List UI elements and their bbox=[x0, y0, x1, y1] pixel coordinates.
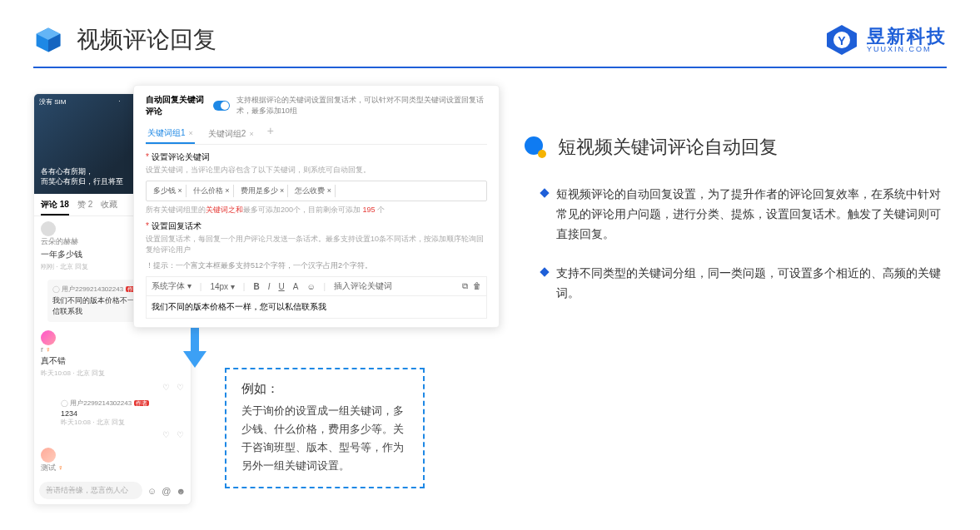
brand-logo: Y 昱新科技 YUUXIN.COM bbox=[825, 23, 947, 57]
size-select[interactable]: 14px ▾ bbox=[210, 282, 234, 291]
image-icon[interactable]: ☺ bbox=[147, 486, 157, 496]
avatar bbox=[41, 330, 56, 345]
page-title: 视频评论回复 bbox=[77, 24, 216, 56]
section-keywords-desc: 设置关键词，当评论里内容包含了以下关键词，则系统可自动回复。 bbox=[146, 165, 487, 176]
emoji-icon[interactable]: ☺ bbox=[306, 282, 315, 291]
reply-avatar-icon: ◯ bbox=[61, 399, 70, 407]
svg-text:Y: Y bbox=[838, 34, 846, 47]
keyword-input[interactable]: 多少钱 × 什么价格 × 费用是多少 × 怎么收费 × bbox=[146, 181, 487, 201]
status-no-sim: 没有 SIM bbox=[39, 97, 66, 106]
example-text: 关于询价的设置成一组关键词，多少钱、什么价格，费用多少等。关于咨询班型、版本、型… bbox=[241, 402, 408, 475]
svg-marker-7 bbox=[183, 351, 206, 368]
reply-username: 用户2299214302243 bbox=[62, 285, 123, 293]
italic-icon[interactable]: I bbox=[268, 282, 271, 291]
emoji-icon[interactable]: ☻ bbox=[176, 486, 186, 496]
arrow-down-icon bbox=[183, 326, 206, 368]
example-title: 例如： bbox=[241, 381, 408, 397]
keyword-tab-1[interactable]: 关键词组1× bbox=[146, 124, 195, 144]
tab-likes[interactable]: 赞 2 bbox=[77, 199, 92, 215]
comment-username: 测试 ♀ bbox=[41, 463, 166, 473]
section-reply-desc: 设置回复话术，每回复一个用户评论只发送一条话术。最多支持设置10条不同话术，按添… bbox=[146, 234, 487, 255]
color-icon[interactable]: A bbox=[293, 282, 299, 291]
comment-meta: 昨天10:08 · 北京 回复 bbox=[41, 369, 105, 378]
reply-meta: 昨天10:08 · 北京 回复 bbox=[61, 418, 125, 427]
config-panel: 自动回复关键词评论 支持根据评论的关键词设置回复话术，可以针对不同类型关键词设置… bbox=[133, 85, 500, 328]
section-bullet-icon bbox=[525, 136, 546, 158]
reply-text: 1234 bbox=[61, 409, 191, 418]
tab-comments[interactable]: 评论 18 bbox=[41, 199, 69, 215]
bold-icon[interactable]: B bbox=[253, 282, 259, 291]
delete-icon[interactable]: 🗑 bbox=[473, 281, 481, 291]
underline-icon[interactable]: U bbox=[278, 282, 284, 291]
close-icon[interactable]: × bbox=[189, 129, 193, 137]
like-icon[interactable]: ♡ bbox=[162, 383, 170, 392]
diamond-bullet-icon bbox=[540, 188, 549, 197]
diamond-bullet-icon bbox=[540, 268, 549, 277]
reply-item: ◯ 用户2299214302243作者 1234 昨天10:08 · 北京 回复 bbox=[47, 399, 191, 427]
video-caption-1: 各有心有所期， bbox=[41, 166, 123, 177]
editor-content[interactable]: 我们不同的版本价格不一样，您可以私信联系我 bbox=[146, 296, 487, 319]
keyword-tag[interactable]: 费用是多少 × bbox=[237, 185, 289, 197]
close-icon[interactable]: × bbox=[249, 130, 253, 138]
logo-icon: Y bbox=[825, 23, 858, 57]
author-badge: 作者 bbox=[134, 400, 149, 406]
cube-icon bbox=[33, 25, 63, 55]
logo-sub: YUUXIN.COM bbox=[867, 46, 947, 53]
auto-reply-toggle[interactable] bbox=[213, 101, 230, 111]
keyword-tag[interactable]: 什么价格 × bbox=[190, 185, 234, 197]
example-box: 例如： 关于询价的设置成一组关键词，多少钱、什么价格，费用多少等。关于咨询班型、… bbox=[225, 368, 425, 488]
bullet-text: 支持不同类型的关键词分组，同一类问题，可设置多个相近的、高频的关键词。 bbox=[556, 264, 947, 304]
logo-main: 昱新科技 bbox=[867, 27, 947, 46]
keyword-text-input[interactable] bbox=[339, 187, 356, 196]
dislike-icon[interactable]: ♡ bbox=[177, 383, 184, 392]
comment-input[interactable]: 善语结善缘，恶言伤人心 bbox=[39, 482, 142, 499]
avatar bbox=[41, 221, 56, 236]
comment-item: r ♀ 真不错 昨天10:08 · 北京 回复 bbox=[34, 325, 191, 383]
insert-keyword[interactable]: 插入评论关键词 bbox=[334, 280, 392, 292]
section-reply-label: 设置回复话术 bbox=[152, 221, 201, 230]
keyword-tag[interactable]: 怎么收费 × bbox=[291, 185, 336, 197]
reply-username: 用户2299214302243 bbox=[70, 399, 132, 407]
avatar bbox=[41, 448, 56, 463]
like-icon[interactable]: ♡ bbox=[162, 430, 170, 439]
auto-reply-hint: 支持根据评论的关键词设置回复话术，可以针对不同类型关键词设置回复话术，最多添加1… bbox=[236, 95, 487, 116]
svg-rect-6 bbox=[191, 326, 199, 353]
keyword-tag[interactable]: 多少钱 × bbox=[150, 185, 187, 197]
video-caption-2: 而笑心有所归，行且将至 bbox=[41, 176, 123, 187]
section-reply-tip: ！提示：一个富文本框最多支持512个字符，一个汉字占用2个字符。 bbox=[146, 260, 487, 271]
comment-username: r ♀ bbox=[41, 345, 166, 354]
section-title: 短视频关键词评论自动回复 bbox=[558, 135, 778, 160]
section-keywords-label: 设置评论关键词 bbox=[152, 152, 210, 161]
auto-reply-label: 自动回复关键词评论 bbox=[146, 94, 206, 117]
reply-avatar-icon: ◯ bbox=[52, 285, 62, 293]
tab-favorites[interactable]: 收藏 bbox=[101, 199, 117, 215]
comment-text: 真不错 bbox=[41, 355, 166, 367]
keyword-tab-2[interactable]: 关键词组2× bbox=[206, 124, 256, 144]
comment-item: 测试 ♀ bbox=[34, 443, 191, 478]
bullet-text: 短视频评论的自动回复设置，为了提升作者的评论回复效率，在系统中针对常见的评论用户… bbox=[556, 185, 947, 244]
keyword-count-hint: 所有关键词组里的关键词之和最多可添加200个，目前剩余可添加 195 个 bbox=[146, 205, 487, 215]
add-tab-icon[interactable]: + bbox=[267, 124, 274, 144]
font-select[interactable]: 系统字体 ▾ bbox=[152, 280, 192, 292]
dislike-icon[interactable]: ♡ bbox=[177, 430, 184, 439]
editor-toolbar: 系统字体 ▾ | 14px ▾ | B I U A ☺ | 插入评论关键词 ⧉ … bbox=[146, 276, 487, 296]
at-icon[interactable]: @ bbox=[162, 486, 171, 496]
copy-icon[interactable]: ⧉ bbox=[462, 281, 468, 291]
